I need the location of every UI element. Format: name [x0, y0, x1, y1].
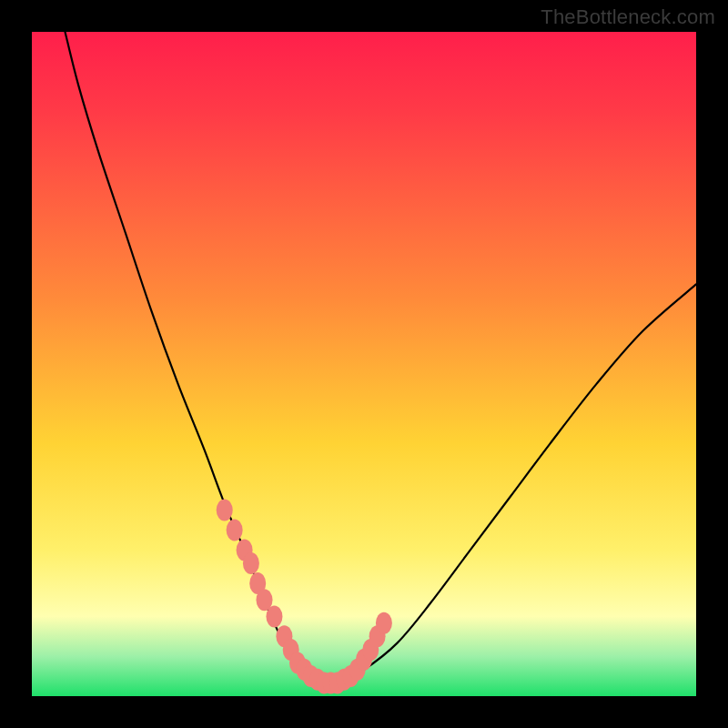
- watermark-text: TheBottleneck.com: [541, 5, 715, 29]
- curve-layer: [32, 32, 696, 696]
- marker-dot: [266, 605, 282, 627]
- plot-area: [32, 32, 696, 696]
- marker-dot: [243, 552, 259, 574]
- marker-dot: [227, 520, 243, 541]
- bottleneck-curve: [66, 32, 697, 684]
- outer-frame: TheBottleneck.com: [0, 0, 728, 728]
- highlight-markers: [217, 500, 392, 694]
- marker-dot: [376, 612, 392, 634]
- marker-dot: [217, 500, 233, 521]
